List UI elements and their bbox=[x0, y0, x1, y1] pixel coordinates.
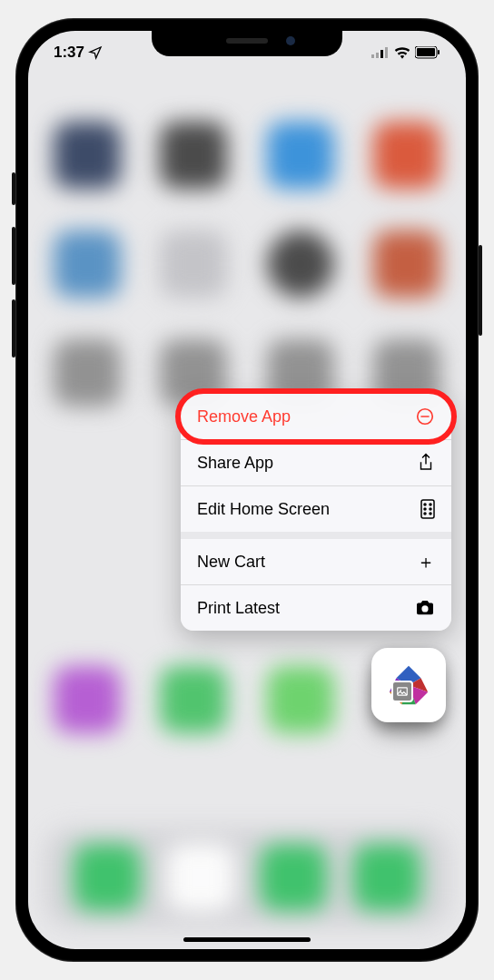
cellular-icon bbox=[371, 47, 390, 58]
menu-label: Remove App bbox=[197, 407, 291, 426]
svg-point-11 bbox=[430, 504, 431, 505]
svg-point-14 bbox=[424, 513, 426, 514]
remove-app-item[interactable]: Remove App bbox=[181, 394, 451, 439]
share-app-item[interactable]: Share App bbox=[181, 440, 451, 485]
volume-down bbox=[12, 299, 15, 358]
edit-home-item[interactable]: Edit Home Screen bbox=[181, 486, 451, 532]
apps-icon bbox=[420, 499, 435, 519]
svg-rect-6 bbox=[438, 50, 440, 54]
svg-point-16 bbox=[421, 605, 428, 612]
battery-icon bbox=[415, 46, 440, 59]
focused-app-icon[interactable] bbox=[371, 648, 446, 722]
camera-icon bbox=[415, 600, 435, 616]
svg-point-13 bbox=[430, 508, 431, 510]
volume-up bbox=[12, 227, 15, 285]
screen: 1:37 Remove App Sha bbox=[28, 31, 466, 949]
clock: 1:37 bbox=[54, 44, 84, 62]
svg-rect-9 bbox=[421, 500, 434, 518]
plus-icon: ＋ bbox=[417, 550, 435, 574]
menu-label: New Cart bbox=[197, 553, 265, 572]
wifi-icon bbox=[394, 46, 410, 59]
notch bbox=[152, 31, 342, 56]
context-menu: Remove App Share App Edit Home Screen Ne… bbox=[181, 394, 451, 631]
menu-label: Print Latest bbox=[197, 599, 280, 618]
svg-rect-0 bbox=[371, 54, 374, 58]
power-button bbox=[479, 245, 482, 336]
location-icon bbox=[88, 45, 103, 60]
print-latest-item[interactable]: Print Latest bbox=[181, 585, 451, 631]
home-indicator[interactable] bbox=[183, 937, 311, 942]
svg-point-12 bbox=[424, 508, 426, 510]
svg-rect-3 bbox=[385, 47, 388, 58]
svg-rect-2 bbox=[380, 50, 383, 58]
menu-label: Edit Home Screen bbox=[197, 500, 330, 519]
new-cart-item[interactable]: New Cart ＋ bbox=[181, 539, 451, 584]
minus-circle-icon bbox=[415, 407, 435, 426]
svg-rect-5 bbox=[417, 48, 435, 56]
mute-switch bbox=[12, 172, 15, 205]
svg-point-15 bbox=[430, 513, 431, 514]
svg-point-10 bbox=[424, 504, 426, 505]
phone-frame: 1:37 Remove App Sha bbox=[15, 18, 479, 962]
svg-rect-1 bbox=[376, 53, 379, 58]
share-icon bbox=[417, 453, 435, 473]
photo-badge-icon bbox=[391, 681, 413, 702]
menu-label: Share App bbox=[197, 454, 273, 473]
